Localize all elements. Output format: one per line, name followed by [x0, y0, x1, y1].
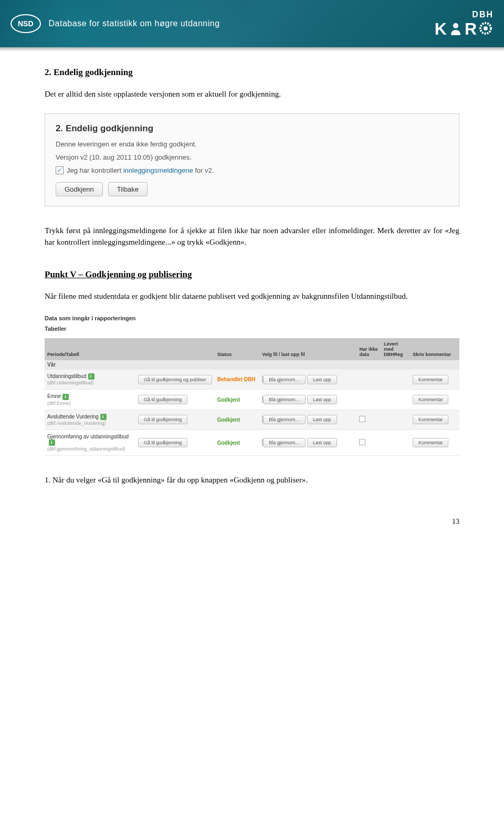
- banner-shadow: [0, 47, 504, 51]
- screenshot-rapportering-table: Data som inngår i rapporteringen Tabelle…: [45, 315, 459, 456]
- no-data-checkbox[interactable]: [359, 439, 365, 445]
- banner-right-logo: DBH K R: [435, 10, 494, 37]
- col-levert-dbhreg: Levert med DBHReg: [381, 338, 410, 360]
- go-to-approval-button[interactable]: Gå til godkjenning og publiser: [138, 375, 212, 384]
- status-text: Godkjent: [217, 397, 240, 403]
- ss-line-1: Denne leveringen er enda ikke ferdig god…: [56, 140, 448, 148]
- tilbake-button[interactable]: Tilbake: [108, 182, 148, 196]
- browse-button[interactable]: Bla gjennom…: [263, 415, 306, 424]
- nsd-logo: NSD: [10, 14, 41, 33]
- semester-row: Vår: [45, 360, 459, 370]
- go-to-approval-button[interactable]: Gå til godkjenning: [138, 438, 187, 447]
- row-sub: (dbf.Emne): [47, 401, 71, 406]
- col-velg-fil: Velg fil / last opp fil: [259, 338, 356, 360]
- comment-button[interactable]: Kommentar: [413, 438, 449, 447]
- browse-button[interactable]: Bla gjennom…: [263, 375, 306, 384]
- go-to-approval-button[interactable]: Gå til godkjenning: [138, 415, 187, 424]
- row-name: Avsluttende Vurdering: [47, 414, 99, 420]
- table-row: Gjennomføring av utdanningstilbud(dbf.gj…: [45, 430, 459, 456]
- info-icon[interactable]: [62, 394, 69, 400]
- col-kommentar: Skriv kommentar: [410, 338, 459, 360]
- comment-button[interactable]: Kommentar: [413, 415, 449, 424]
- browse-button[interactable]: Bla gjennom…: [263, 395, 306, 404]
- checkbox-label: Jeg har kontrollert innleggingsmeldingen…: [67, 166, 214, 174]
- status-text: Godkjent: [217, 440, 240, 446]
- status-text: Godkjent: [217, 417, 240, 423]
- no-data-checkbox[interactable]: [359, 416, 365, 422]
- kurs-r: R: [465, 20, 477, 37]
- col-periode: Periode/Tabell: [45, 338, 135, 360]
- col-status: Status: [215, 338, 260, 360]
- kurs-k: K: [435, 20, 447, 37]
- ss-line-2: Versjon v2 (10. aug 2011 10:05) godkjenn…: [56, 153, 448, 161]
- col-har-ikke-data: Har ikke data: [356, 338, 381, 360]
- info-icon[interactable]: [100, 414, 107, 420]
- info-icon[interactable]: [88, 373, 94, 380]
- table-caption-1: Data som inngår i rapporteringen: [45, 315, 459, 321]
- innleggingsmeldingene-link[interactable]: innleggingsmeldingene: [123, 166, 193, 174]
- page-content: 2. Endelig godkjenning Det er alltid den…: [0, 51, 504, 518]
- row-name: Utdanningstilbud: [47, 373, 87, 379]
- ss-title: 2. Endelig godkjenning: [56, 123, 448, 134]
- svg-point-2: [484, 26, 488, 30]
- upload-button[interactable]: Last opp: [307, 438, 337, 447]
- upload-button[interactable]: Last opp: [307, 375, 337, 384]
- section-2-intro: Det er alltid den siste opplastede versj…: [45, 88, 459, 100]
- table-caption-2: Tabeller: [45, 326, 459, 332]
- table-row: Emne(dbf.Emne)Gå til godkjenningGodkjent…: [45, 390, 459, 410]
- table-row: Utdanningstilbud(dbf.Utdanningstilbud)Gå…: [45, 370, 459, 390]
- comment-button[interactable]: Kommentar: [413, 395, 449, 404]
- row-sub: (dbf.gjennomforing_utdanningstilbud): [47, 446, 125, 452]
- row-sub: (dbf.Utdanningstilbud): [47, 380, 93, 385]
- svg-point-0: [453, 23, 458, 28]
- status-text: Behandlet DBH: [217, 376, 256, 382]
- page-banner: NSD Database for statistikk om høgre utd…: [0, 0, 504, 47]
- report-table: Periode/Tabell Status Velg fil / last op…: [45, 338, 459, 456]
- dbh-label: DBH: [472, 10, 494, 19]
- gear-icon: [478, 20, 494, 36]
- go-to-approval-button[interactable]: Gå til godkjenning: [138, 395, 187, 404]
- row-name: Emne: [47, 393, 61, 399]
- browse-button[interactable]: Bla gjennom…: [263, 438, 306, 447]
- upload-button[interactable]: Last opp: [307, 415, 337, 424]
- upload-button[interactable]: Last opp: [307, 395, 337, 404]
- col-status-action: [135, 338, 215, 360]
- ss-checkbox-row: ✓ Jeg har kontrollert innleggingsmelding…: [56, 166, 448, 174]
- info-icon[interactable]: [49, 439, 55, 446]
- instruction-paragraph: Trykk først på innleggingsmeldingene for…: [45, 225, 459, 248]
- row-sub: (dbf.Avsluttende_Vurdering): [47, 421, 106, 426]
- comment-button[interactable]: Kommentar: [413, 375, 449, 384]
- punkt-v-text: Når filene med studentdata er godkjent b…: [45, 290, 459, 302]
- banner-title: Database for statistikk om høgre utdanni…: [49, 19, 220, 28]
- section-2-title: 2. Endelig godkjenning: [45, 67, 459, 78]
- check-text-post: for v2.: [193, 166, 214, 174]
- check-text-pre: Jeg har kontrollert: [67, 166, 123, 174]
- godkjenn-button[interactable]: Godkjenn: [56, 182, 103, 196]
- confirm-checkbox[interactable]: ✓: [56, 166, 64, 174]
- table-row: Avsluttende Vurdering(dbf.Avsluttende_Vu…: [45, 410, 459, 430]
- screenshot-endelig-godkjenning: 2. Endelig godkjenning Denne leveringen …: [45, 113, 459, 206]
- punkt-v-title: Punkt V – Godkjenning og publisering: [45, 269, 459, 280]
- person-icon: [448, 20, 464, 36]
- numbered-step-1: 1. Når du velger «Gå til godkjenning» få…: [45, 474, 459, 486]
- page-number: 13: [0, 518, 504, 542]
- row-name: Gjennomføring av utdanningstilbud: [47, 434, 129, 439]
